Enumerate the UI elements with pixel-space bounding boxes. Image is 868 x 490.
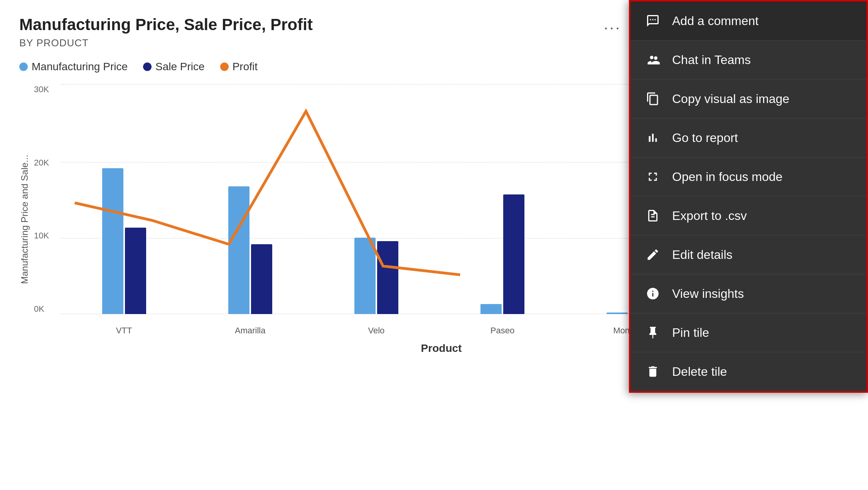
chart-icon <box>644 129 661 146</box>
edit-icon <box>644 246 661 263</box>
legend-label-sale: Sale Price <box>155 61 205 73</box>
export-icon <box>644 207 661 224</box>
menu-label-chat-teams: Chat in Teams <box>672 53 751 67</box>
bar-mfg-montana[interactable] <box>607 313 628 314</box>
legend-dot-profit <box>220 63 229 71</box>
bar-mfg-paseo[interactable] <box>480 304 502 314</box>
bar-sale-velo[interactable] <box>377 241 398 314</box>
bar-sale-paseo[interactable] <box>503 194 524 314</box>
legend-item-profit: Profit <box>220 61 258 73</box>
menu-label-edit-details: Edit details <box>672 248 733 262</box>
x-axis-title: Product <box>421 342 462 355</box>
menu-item-edit-details[interactable]: Edit details <box>630 235 866 274</box>
bar-group-amarilla <box>228 186 272 314</box>
bar-group-vtt <box>102 168 146 314</box>
bar-mfg-vtt[interactable] <box>102 168 123 314</box>
comment-icon <box>644 12 661 29</box>
bar-group-paseo <box>480 194 524 314</box>
menu-label-view-insights: View insights <box>672 287 744 301</box>
y-ticks-left: 0K 10K 20K 30K <box>34 84 61 314</box>
context-menu: Add a commentChat in TeamsCopy visual as… <box>629 0 868 393</box>
menu-item-focus-mode[interactable]: Open in focus mode <box>630 157 866 196</box>
focus-icon <box>644 168 661 185</box>
copy-icon <box>644 90 661 107</box>
delete-icon <box>644 363 661 380</box>
menu-item-export-csv[interactable]: Export to .csv <box>630 196 866 235</box>
menu-label-focus-mode: Open in focus mode <box>672 170 782 184</box>
bar-mfg-velo[interactable] <box>354 238 376 314</box>
ytick-0k: 0K <box>34 304 61 314</box>
menu-label-pin-tile: Pin tile <box>672 326 709 340</box>
bar-sale-vtt[interactable] <box>125 228 146 314</box>
insights-icon <box>644 285 661 302</box>
menu-item-delete-tile[interactable]: Delete tile <box>630 352 866 391</box>
teams-icon <box>644 51 661 68</box>
menu-item-pin-tile[interactable]: Pin tile <box>630 313 866 352</box>
bar-mfg-amarilla[interactable] <box>228 186 249 314</box>
x-label-vtt: VTT <box>109 326 140 336</box>
bar-sale-amarilla[interactable] <box>251 244 272 314</box>
ytick-30k: 30K <box>34 84 61 95</box>
menu-item-go-to-report[interactable]: Go to report <box>630 118 866 157</box>
ytick-10k: 10K <box>34 231 61 241</box>
x-label-amarilla: Amarilla <box>235 326 266 336</box>
y-axis-label: Manufacturing Price and Sale... <box>19 84 30 355</box>
menu-item-copy-visual[interactable]: Copy visual as image <box>630 79 866 118</box>
menu-label-copy-visual: Copy visual as image <box>672 92 789 106</box>
x-label-velo: Velo <box>361 326 392 336</box>
menu-label-delete-tile: Delete tile <box>672 365 727 379</box>
menu-item-add-comment[interactable]: Add a comment <box>630 2 866 41</box>
legend-label-profit: Profit <box>233 61 258 73</box>
legend-label-mfg: Manufacturing Price <box>32 61 128 73</box>
menu-label-add-comment: Add a comment <box>672 14 758 28</box>
main-container: ... Manufacturing Price, Sale Price, Pro… <box>0 0 868 490</box>
legend-item-mfg: Manufacturing Price <box>19 61 128 73</box>
menu-item-chat-teams[interactable]: Chat in Teams <box>630 41 866 79</box>
legend-dot-mfg <box>19 63 28 71</box>
legend-item-sale: Sale Price <box>143 61 205 73</box>
more-options-button[interactable]: ... <box>604 15 621 33</box>
menu-label-export-csv: Export to .csv <box>672 209 747 223</box>
pin-icon <box>644 324 661 341</box>
legend-dot-sale <box>143 63 152 71</box>
menu-item-view-insights[interactable]: View insights <box>630 274 866 313</box>
menu-label-go-to-report: Go to report <box>672 131 738 145</box>
bar-group-velo <box>354 238 398 314</box>
x-label-paseo: Paseo <box>487 326 518 336</box>
ytick-20k: 20K <box>34 158 61 168</box>
